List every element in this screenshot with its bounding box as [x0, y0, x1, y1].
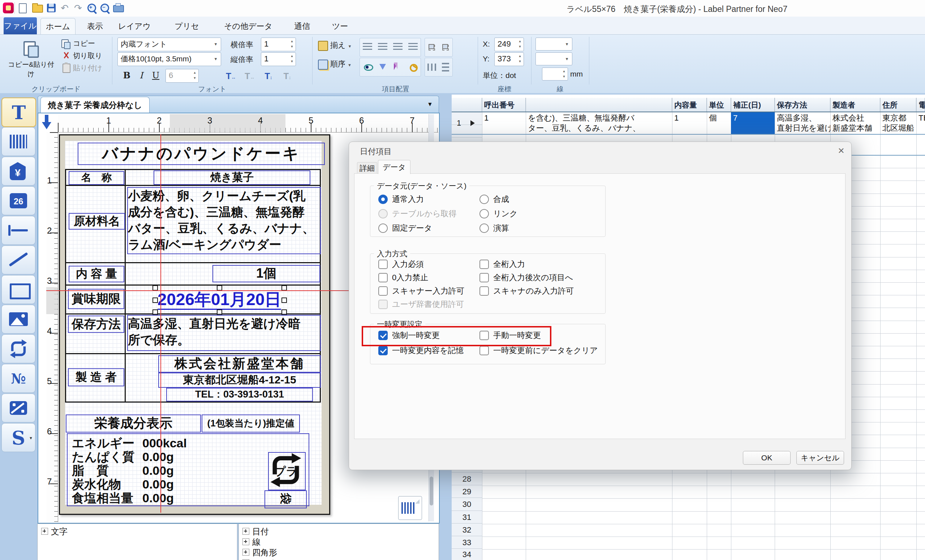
copy-button[interactable]: コピー [61, 38, 109, 49]
expand-icon[interactable] [243, 528, 249, 535]
tab-tools[interactable]: ツール [332, 18, 348, 34]
label-item-storage-label[interactable]: 保存方法 [68, 315, 124, 333]
tool-counter-button[interactable] [2, 393, 35, 422]
spinner-arrows-icon[interactable] [289, 53, 295, 64]
dialog-tab-detail[interactable]: 詳細 [357, 162, 377, 174]
row-number[interactable]: 32 [452, 524, 482, 536]
char-width-button[interactable]: T↔ [224, 70, 238, 83]
label-item-maker-label[interactable]: 製 造 者 [68, 368, 124, 386]
radio-normal-input[interactable]: 通常入力 [378, 194, 424, 205]
tab-home[interactable]: ホーム [41, 18, 75, 35]
checkbox-full-digit-input[interactable]: 全桁入力 [479, 259, 525, 270]
checkbox-scanner-only-input[interactable]: スキャナのみ入力許可 [479, 285, 574, 296]
align-justify-icon[interactable] [408, 43, 419, 52]
label-item-expiry-date[interactable]: 2026年01月20日 [155, 287, 284, 312]
column-header-correction[interactable]: 補正(日) [731, 98, 775, 112]
tab-communication[interactable]: 通信 [294, 18, 310, 34]
cell-maker[interactable]: 株式会社 新盛堂本舗 [830, 112, 880, 134]
close-icon[interactable]: × [835, 144, 848, 157]
tool-barcode-button[interactable] [2, 127, 35, 156]
y-coordinate-spinner[interactable]: 373 [494, 53, 524, 66]
column-header-phone[interactable]: 電話番号 [916, 98, 925, 112]
tool-image-button[interactable] [2, 305, 35, 333]
new-document-button[interactable] [17, 2, 28, 14]
distribute-v-icon[interactable] [441, 62, 450, 72]
pin-icon[interactable] [380, 64, 386, 70]
radio-link[interactable]: リンク [479, 208, 518, 219]
font-style-select[interactable]: 価格10(10pt, 3.5mm) [118, 53, 221, 66]
spinner-arrows-icon[interactable] [517, 53, 523, 64]
checkbox-zero-input-prohibited[interactable]: 0入力禁止 [378, 272, 428, 283]
column-header-address[interactable]: 住所 [880, 98, 916, 112]
line-width-spinner[interactable] [542, 68, 568, 81]
tab-view[interactable]: 表示 [85, 18, 105, 34]
tree-item-rectangle[interactable]: 四角形 [243, 548, 277, 557]
label-item-expiry-label[interactable]: 賞味期限 [68, 289, 124, 309]
tool-number-button[interactable]: № [2, 364, 35, 393]
flip-icon[interactable] [394, 63, 398, 70]
tool-rectangle-button[interactable] [2, 275, 35, 304]
cell-correction-selected[interactable]: 7 [731, 112, 775, 134]
checkbox-icon[interactable] [479, 273, 489, 282]
label-item-name-label[interactable]: 名 称 [69, 171, 124, 185]
tab-layout[interactable]: レイアウト [116, 18, 152, 34]
row-number[interactable]: 33 [452, 536, 482, 549]
cut-button[interactable]: 切り取り [61, 50, 109, 61]
font-family-select[interactable]: 内蔵フォント [118, 38, 221, 51]
column-header-ingredients[interactable] [526, 98, 672, 112]
label-item-recycle-mark[interactable]: プラ [268, 452, 306, 490]
canvas-tab[interactable]: 焼き菓子 栄養成分枠なし [41, 97, 149, 113]
selection-handle[interactable] [282, 285, 287, 291]
spinner-arrows-icon[interactable] [192, 70, 197, 81]
spinner-arrows-icon[interactable] [561, 69, 567, 80]
checkbox-icon[interactable] [479, 346, 489, 355]
expand-icon[interactable] [243, 538, 249, 545]
tool-price-tag-button[interactable]: ¥ [2, 157, 35, 186]
tab-other-data[interactable]: その他データ編集 [221, 18, 275, 34]
checkbox-icon[interactable] [378, 286, 388, 296]
zoom-out-button[interactable]: − [99, 2, 111, 14]
radio-icon[interactable] [479, 209, 489, 218]
tab-file[interactable]: ファイル [4, 17, 37, 34]
tool-recycle-mark-button[interactable] [2, 334, 35, 363]
radio-icon[interactable] [479, 224, 489, 233]
print-button[interactable] [112, 2, 124, 14]
cell-phone[interactable]: TEL：03-3913-0131 [916, 112, 925, 134]
radio-icon[interactable] [378, 195, 388, 204]
paste-button[interactable]: 貼り付け [61, 63, 109, 73]
column-header-unit[interactable]: 単位 [707, 98, 731, 112]
zoom-in-button[interactable]: + [86, 2, 98, 14]
row-number[interactable]: 30 [452, 498, 482, 510]
distribute-h-icon[interactable] [426, 63, 437, 72]
label-item-ingredients-label[interactable]: 原材料名 [69, 213, 125, 230]
x-coordinate-spinner[interactable]: 249 [494, 38, 524, 51]
spinner-arrows-icon[interactable] [517, 39, 523, 50]
cell-address[interactable]: 東京都 北区堀船 [880, 112, 916, 134]
tool-line-button[interactable] [2, 246, 35, 275]
checkbox-input-required[interactable]: 入力必須 [378, 259, 424, 270]
tool-text-button[interactable]: T [2, 98, 36, 127]
selection-handle[interactable] [152, 297, 158, 303]
checkbox-remember-temp-change[interactable]: 一時変更内容を記憶 [378, 345, 464, 356]
selection-handle[interactable] [152, 285, 158, 291]
label-item-nutrition-title[interactable]: 栄養成分表示 [66, 414, 201, 432]
column-header-maker[interactable]: 製造者 [830, 98, 880, 112]
italic-button[interactable]: I [134, 69, 148, 83]
tree-item-line[interactable]: 線 [243, 537, 261, 546]
redo-button[interactable]: ↷ [72, 2, 84, 14]
expand-icon[interactable] [243, 549, 249, 555]
selection-handle[interactable] [282, 297, 287, 303]
radio-composite[interactable]: 合成 [479, 194, 509, 205]
radio-icon[interactable] [479, 195, 489, 204]
checkbox-checked-icon[interactable] [378, 346, 388, 355]
label-item-product-title[interactable]: バナナのパウンドケーキ [78, 143, 325, 165]
tool-date-button[interactable]: 26 [2, 186, 35, 215]
visibility-icon[interactable] [364, 64, 373, 71]
label-item-nutrition-subtitle[interactable]: (1包装当たり)推定値 [202, 414, 300, 432]
spinner-arrows-icon[interactable] [289, 39, 295, 50]
open-button[interactable] [31, 2, 43, 14]
lock-key-icon[interactable] [410, 64, 418, 72]
undo-button[interactable]: ↶ [59, 2, 71, 14]
scrollbar-thumb[interactable] [429, 477, 433, 506]
label-item-content-value[interactable]: 1個 [212, 265, 320, 282]
